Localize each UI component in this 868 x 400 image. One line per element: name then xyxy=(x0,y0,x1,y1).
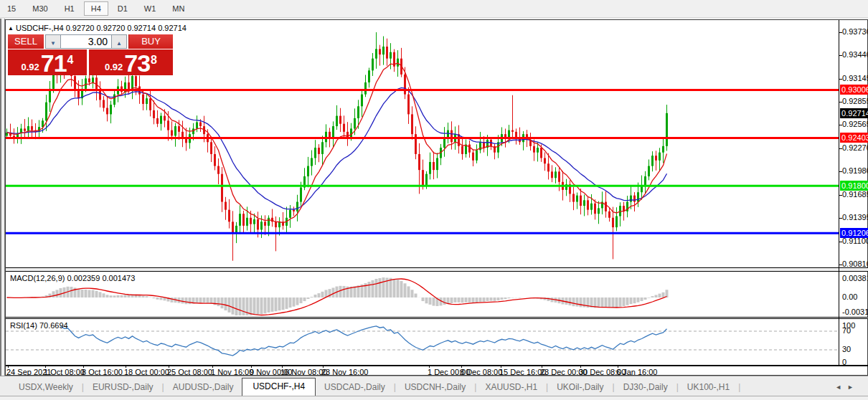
price-axis-label: 0.93730 xyxy=(842,27,868,36)
timeframe-button-h1[interactable]: H1 xyxy=(57,1,82,16)
price-axis-tick xyxy=(839,265,842,265)
price-axis-label: 0.91685 xyxy=(842,190,868,199)
ohlc-open: 0.92720 xyxy=(66,24,95,32)
rsi-axis-label: 70 xyxy=(842,326,851,335)
collapse-arrow-icon[interactable]: ▲ xyxy=(8,25,14,32)
tab-xauusd-h1[interactable]: XAUUSD-,H1 xyxy=(476,379,546,396)
window-bottom-edge xyxy=(0,396,868,400)
price-axis-tick xyxy=(839,171,842,172)
tab-separator: | xyxy=(738,382,740,396)
level-price-badge: 0.91800 xyxy=(840,181,868,191)
pane-separator[interactable] xyxy=(6,267,868,272)
volume-decrease-button[interactable]: ▼ xyxy=(45,34,61,49)
tab-usdx-weekly[interactable]: USDX,Weekly xyxy=(10,379,82,396)
trade-buttons: SELL ▼ ▲ BUY 0.92 71 4 0.92 73 8 xyxy=(8,34,173,75)
price-axis-label: 0.91395 xyxy=(842,213,868,222)
buy-price-main: 73 xyxy=(124,53,150,73)
chevron-down-icon: ▼ xyxy=(50,40,56,47)
macd-histogram xyxy=(7,277,667,315)
chevron-up-icon: ▲ xyxy=(116,40,122,47)
volume-increase-button[interactable]: ▲ xyxy=(111,34,127,49)
price-axis-label: 0.92565 xyxy=(842,120,868,128)
price-axis-tick xyxy=(839,79,842,80)
price-axis-tick xyxy=(839,242,842,242)
price-axis-label: 0.90810 xyxy=(842,259,868,268)
chart-ohlc-header: ▲ USDCHF-,H4 0.92720 0.92720 0.92714 0.9… xyxy=(8,24,174,32)
rsi-axis-label: 0 xyxy=(842,358,846,366)
price-axis-label: 0.93440 xyxy=(842,50,868,59)
price-axis-separator xyxy=(839,20,839,366)
macd-axis-label: -0.003115 xyxy=(842,308,868,316)
sell-price-main: 71 xyxy=(41,53,67,73)
buy-price-button[interactable]: 0.92 73 8 xyxy=(89,49,173,75)
tab-dj30-daily[interactable]: DJ30-,Daily xyxy=(615,379,676,396)
price-axis-tick xyxy=(839,195,842,196)
window-splitter[interactable] xyxy=(0,19,5,376)
sell-button[interactable]: SELL xyxy=(8,34,44,49)
pane-separator[interactable] xyxy=(6,365,868,366)
price-axis-label: 0.91980 xyxy=(842,166,868,175)
price-axis-tick xyxy=(839,102,842,103)
sell-price-prefix: 0.92 xyxy=(21,62,39,73)
sell-price-pip: 4 xyxy=(67,49,74,71)
tab-usdcnh-daily[interactable]: USDCNH-,Daily xyxy=(396,379,474,396)
rsi-axis-label: 30 xyxy=(842,345,851,353)
ma-fast-line xyxy=(7,63,667,223)
timeframe-button-h4[interactable]: H4 xyxy=(84,1,108,16)
tab-ukoil-daily[interactable]: UKOil-,Daily xyxy=(548,379,612,396)
price-axis-tick xyxy=(839,148,842,149)
ohlc-low: 0.92714 xyxy=(127,24,156,32)
price-axis-tick xyxy=(839,125,842,125)
tab-eurusd-daily[interactable]: EURUSD-,Daily xyxy=(84,379,162,396)
macd-indicator-label: MACD(12,26,9) 0.002359 0.001473 xyxy=(10,274,135,282)
buy-price-prefix: 0.92 xyxy=(105,62,123,73)
tab-usdchf-h4[interactable]: USDCHF-,H4 xyxy=(242,378,316,396)
one-click-trade-panel: ▲ USDCHF-,H4 0.92720 0.92720 0.92714 0.9… xyxy=(8,24,174,75)
tab-uk100-h1[interactable]: UK100-,H1 xyxy=(679,379,738,396)
price-axis-tick xyxy=(839,55,842,56)
price-axis-tick xyxy=(839,218,842,219)
macd-axis-label: 0.003811 xyxy=(842,274,868,282)
rsi-line xyxy=(61,326,667,356)
buy-price-pip: 8 xyxy=(151,49,157,71)
timeframe-button-d1[interactable]: D1 xyxy=(110,1,135,16)
price-axis-tick xyxy=(839,32,842,33)
symbol-label: USDCHF-,H4 xyxy=(16,24,64,32)
level-price-badge: 0.91206 xyxy=(840,228,868,238)
pane-separator[interactable] xyxy=(6,317,868,319)
price-axis-label: 0.93145 xyxy=(842,74,868,82)
timeframe-button-m30[interactable]: M30 xyxy=(25,1,55,16)
price-axis-label: 0.92270 xyxy=(842,143,868,152)
sell-price-button[interactable]: 0.92 71 4 xyxy=(8,49,87,75)
volume-input[interactable] xyxy=(61,34,111,49)
tab-usdcad-daily[interactable]: USDCAD-,Daily xyxy=(316,379,394,396)
price-axis-label: 0.92855 xyxy=(842,97,868,105)
tab-audusd-daily[interactable]: AUDUSD-,Daily xyxy=(164,379,242,396)
level-price-badge: 0.93006 xyxy=(840,85,868,95)
macd-axis-label: 0.00 xyxy=(842,292,857,301)
rsi-indicator-label: RSI(14) 70.6694 xyxy=(10,321,68,330)
trading-terminal-window: 15M30H1H4D1W1MN MACD(12,26,9) 0.002359 0… xyxy=(0,0,868,400)
level-price-badge: 0.92403 xyxy=(840,133,868,143)
ohlc-high: 0.92720 xyxy=(97,24,126,32)
current-price-badge: 0.92714 xyxy=(840,108,868,118)
timeframe-button-15[interactable]: 15 xyxy=(0,1,23,16)
timeframe-button-w1[interactable]: W1 xyxy=(137,1,164,16)
symbol-tabbar: USDX,Weekly|EURUSD-,Daily|AUDUSD-,DailyU… xyxy=(0,376,868,396)
tab-scroll-arrows[interactable]: ◄► xyxy=(835,384,868,396)
buy-button[interactable]: BUY xyxy=(128,34,173,49)
timeframe-toolbar: 15M30H1H4D1W1MN xyxy=(0,0,868,18)
timeframe-button-mn[interactable]: MN xyxy=(165,1,192,16)
ohlc-close: 0.92714 xyxy=(158,24,187,32)
chart-workspace: MACD(12,26,9) 0.002359 0.001473 RSI(14) … xyxy=(5,19,868,376)
